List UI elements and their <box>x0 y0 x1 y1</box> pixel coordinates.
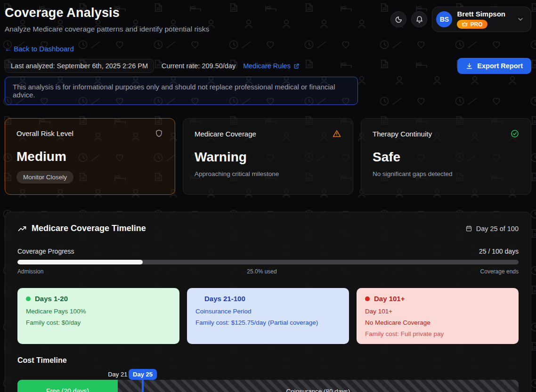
day-indicator: Day 25 of 100 <box>465 225 519 232</box>
coverage-period-cards: Days 1-20 Medicare Pays 100% Family cost… <box>17 288 519 344</box>
risk-card-title: Overall Risk Level <box>16 129 73 137</box>
crown-icon <box>462 22 468 27</box>
moon-icon <box>395 16 403 24</box>
calendar-icon <box>465 225 472 232</box>
progress-label: Coverage Progress <box>17 248 74 255</box>
period-dot-blue <box>195 296 200 301</box>
period-line-muted: Family cost: Full private pay <box>365 330 510 337</box>
progress-end-label: Coverage ends <box>480 268 519 275</box>
medicare-rules-link[interactable]: Medicare Rules <box>243 62 300 70</box>
current-rate-label: Current rate: 209.50/day <box>162 62 236 70</box>
cost-timeline-area: Day 21 Day 25 Free (20 days) Coinsurance… <box>17 368 519 392</box>
status-card-grid: Overall Risk Level Medium Monitor Closel… <box>5 118 531 195</box>
day-21-marker: Day 21 <box>108 371 127 378</box>
period-card-days-21-100: Days 21-100 Coinsurance Period Family co… <box>187 288 349 344</box>
user-info: Brett Simpson PRO <box>457 10 505 29</box>
progress-start-label: Admission <box>17 268 43 275</box>
user-name: Brett Simpson <box>457 10 505 18</box>
timeline-title: Medicare Coverage Timeline <box>32 224 146 233</box>
period-line: Medicare Pays 100% <box>26 308 171 315</box>
period-line: Day 101+ <box>365 308 510 315</box>
period-card-days-1-20: Days 1-20 Medicare Pays 100% Family cost… <box>17 288 179 344</box>
therapy-card-title: Therapy Continuity <box>373 130 432 138</box>
download-icon <box>466 63 473 70</box>
check-circle-icon <box>510 129 520 138</box>
coverage-status-subtitle: Approaching critical milestone <box>195 170 341 177</box>
title-block: Coverage Analysis Analyze Medicare cover… <box>5 5 209 33</box>
period-dot-red <box>365 296 370 301</box>
progress-value-label: 25 / 100 days <box>479 248 519 255</box>
timeline-title-row: Medicare Coverage Timeline <box>17 224 146 233</box>
topbar-actions: BS Brett Simpson PRO <box>390 7 531 32</box>
period-title: Days 1-20 <box>35 295 68 303</box>
period-title: Days 21-100 <box>204 295 245 303</box>
period-line: Family cost: $125.75/day (Partial covera… <box>195 319 341 326</box>
notifications-button[interactable] <box>411 11 427 27</box>
pro-badge-label: PRO <box>470 21 482 28</box>
bell-icon <box>415 16 423 24</box>
period-card-day-101-plus: Day 101+ Day 101+ No Medicare Coverage F… <box>357 288 519 344</box>
cost-timeline-title: Cost Timeline <box>17 356 519 365</box>
progress-bar-fill <box>17 260 143 264</box>
day-marker-row: Day 21 Day 25 <box>17 368 519 380</box>
coverage-progress-block: Coverage Progress 25 / 100 days Admissio… <box>17 248 519 275</box>
shield-icon <box>154 129 163 138</box>
chevron-down-icon <box>517 16 524 23</box>
cost-timeline-section: Cost Timeline Day 21 Day 25 Free (20 day… <box>17 356 519 392</box>
external-link-icon <box>293 63 300 69</box>
progress-bar-track <box>17 260 519 264</box>
current-day-line <box>142 378 144 392</box>
therapy-status-subtitle: No significant gaps detected <box>373 170 520 177</box>
period-line: Family cost: $0/day <box>26 319 171 326</box>
day-25-marker: Day 25 <box>129 369 157 380</box>
coinsurance-segment: Coinsurance (80 days) <box>118 380 519 392</box>
export-report-button[interactable]: Export Report <box>457 58 531 74</box>
medicare-rules-label: Medicare Rules <box>243 62 291 70</box>
status-card-overall-risk: Overall Risk Level Medium Monitor Closel… <box>5 118 175 195</box>
topbar: Coverage Analysis Analyze Medicare cover… <box>5 5 531 33</box>
coverage-analysis-page: Coverage Analysis Analyze Medicare cover… <box>0 0 536 392</box>
warning-triangle-icon <box>332 129 341 138</box>
back-to-dashboard-link[interactable]: ← Back to Dashboard <box>5 45 74 53</box>
period-line: No Medicare Coverage <box>365 319 510 326</box>
theme-toggle-button[interactable] <box>390 11 406 27</box>
medicare-timeline-card: Medicare Coverage Timeline Day 25 of 100… <box>5 212 531 392</box>
day-indicator-label: Day 25 of 100 <box>476 225 519 232</box>
cost-timeline-bar: Free (20 days) Coinsurance (80 days) <box>17 380 519 392</box>
page-title: Coverage Analysis <box>5 6 209 20</box>
progress-center-label: 25.0% used <box>247 268 276 275</box>
therapy-status-value: Safe <box>373 150 520 165</box>
period-dot-green <box>26 296 31 301</box>
page-subtitle: Analyze Medicare coverage patterns and i… <box>5 25 209 33</box>
trending-up-icon <box>17 224 27 233</box>
period-title: Day 101+ <box>374 295 405 303</box>
user-menu[interactable]: BS Brett Simpson PRO <box>432 7 531 32</box>
risk-badge: Monitor Closely <box>16 171 73 184</box>
coverage-card-title: Medicare Coverage <box>195 130 256 138</box>
status-card-medicare-coverage: Medicare Coverage Warning Approaching cr… <box>183 118 353 195</box>
period-line: Coinsurance Period <box>195 308 341 315</box>
meta-row: Last analyzed: September 6th, 2025 2:26 … <box>5 58 531 74</box>
disclaimer-banner: This analysis is for informational purpo… <box>5 77 358 105</box>
avatar: BS <box>436 11 452 27</box>
free-segment: Free (20 days) <box>17 380 118 392</box>
status-card-therapy-continuity: Therapy Continuity Safe No significant g… <box>361 118 531 195</box>
pro-badge: PRO <box>457 20 487 29</box>
risk-level-value: Medium <box>16 149 163 164</box>
back-row: ← Back to Dashboard <box>5 45 531 53</box>
coverage-status-value: Warning <box>195 150 341 165</box>
export-report-label: Export Report <box>477 62 523 70</box>
last-analyzed-label: Last analyzed: September 6th, 2025 2:26 … <box>5 59 154 73</box>
